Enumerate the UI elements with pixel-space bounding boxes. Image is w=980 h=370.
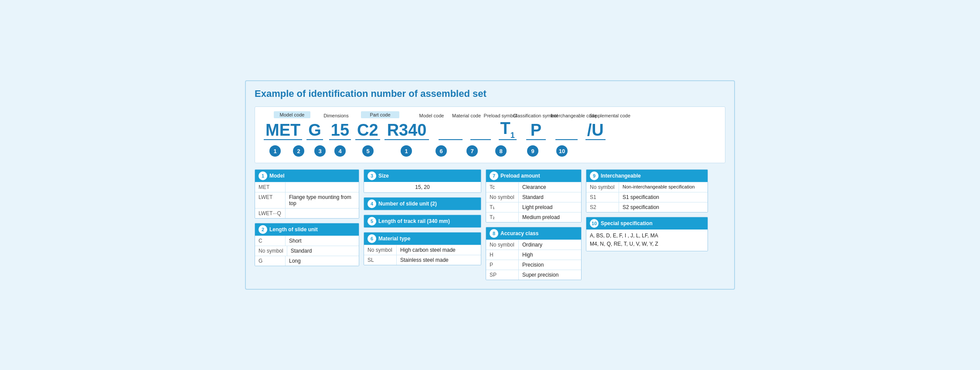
cell-code-sp: SP <box>486 270 519 280</box>
cell-code-s1: S1 <box>586 192 619 202</box>
table-row: T₂ Medium preload <box>486 212 581 222</box>
diagram-section: Model code Dimensions Part code Model co… <box>255 106 725 163</box>
table-preload-num: 7 <box>490 171 498 180</box>
table-row: S1 S1 specification <box>586 192 708 202</box>
table-track-length: 5 Length of track rail (340 mm) <box>364 215 481 228</box>
code-t1: T1 <box>499 120 517 140</box>
table-row: LWET Flange type mounting from top <box>255 192 359 208</box>
table-model: 1 Model MET LWET Flange type mounting fr… <box>255 169 359 219</box>
table-track-length-num: 5 <box>368 217 376 226</box>
table-row: Tc Clearance <box>486 182 581 192</box>
cell-desc-standard: Standard <box>287 246 359 256</box>
cell-code-nosymbol-pre: No symbol <box>486 192 519 202</box>
badge-8: 8 <box>495 145 507 157</box>
code-g: G <box>306 122 323 140</box>
table-material-header: 6 Material type <box>364 233 481 245</box>
badge-6: 6 <box>436 145 447 157</box>
cell-code-nosymbol-mat: No symbol <box>364 245 397 255</box>
table-row: No symbol Standard <box>486 192 581 202</box>
table-slide-length: 2 Length of slide unit C Short No symbol… <box>255 223 359 266</box>
cell-desc-s1: S1 specification <box>619 192 708 202</box>
cell-desc-high: High <box>519 250 581 260</box>
table-row: C Short <box>255 236 359 246</box>
table-special: 10 Special specification A, BS, D, E, F,… <box>586 217 708 251</box>
badge-1b: 1 <box>401 145 412 157</box>
label-part-code: Part code <box>361 111 399 118</box>
table-special-value: A, BS, D, E, F, I , J, L, LF, MA M4, N, … <box>586 230 708 250</box>
cell-desc-precision: Precision <box>519 260 581 270</box>
cell-desc-light: Light preload <box>519 202 581 212</box>
table-row: S2 S2 specification <box>586 202 708 212</box>
cell-desc-lwet: Flange type mounting from top <box>286 192 359 208</box>
table-row: MET <box>255 182 359 192</box>
table-row: No symbol Standard <box>255 246 359 256</box>
label-dimensions: Dimensions <box>323 113 348 118</box>
code-empty-6 <box>470 122 491 140</box>
cell-code-s2: S2 <box>586 202 619 212</box>
badge-5: 5 <box>362 145 374 157</box>
table-row: SL Stainless steel made <box>364 255 481 265</box>
code-c2: C2 <box>355 122 380 140</box>
code-u: /U <box>585 122 606 140</box>
table-special-header: 10 Special specification <box>586 217 708 230</box>
label-model-code-2: Model code <box>419 113 444 118</box>
cell-desc-s2: S2 specification <box>619 202 708 212</box>
table-size-num: 3 <box>368 171 376 180</box>
cell-desc-clearance: Clearance <box>519 182 581 192</box>
table-row: H High <box>486 250 581 260</box>
code-empty-1 <box>439 122 463 140</box>
table-model-label: Model <box>269 173 285 179</box>
table-material: 6 Material type No symbol High carbon st… <box>364 232 481 265</box>
special-value-text: A, BS, D, E, F, I , J, L, LF, MA M4, N, … <box>590 233 658 247</box>
table-row: SP Super precision <box>486 270 581 280</box>
table-special-num: 10 <box>590 219 599 228</box>
table-model-header: 1 Model <box>255 170 359 182</box>
table-row: G Long <box>255 256 359 266</box>
table-slide-length-header: 2 Length of slide unit <box>255 223 359 236</box>
table-track-length-header: 5 Length of track rail (340 mm) <box>364 215 481 227</box>
cell-desc-non-inter: Non-interchangeable specification <box>619 182 708 192</box>
cell-code-nosymbol-inter: No symbol <box>586 182 619 192</box>
label-preload-symbol: Preload symbol <box>484 113 517 118</box>
cell-desc-ordinary: Ordinary <box>519 240 581 250</box>
table-interchangeable-label: Interchangeable <box>601 173 641 179</box>
table-slide-num-header: 4 Number of slide unit (2) <box>364 198 481 210</box>
label-material-code: Material code <box>452 113 481 118</box>
badge-1a: 1 <box>269 145 281 157</box>
cell-code-h: H <box>486 250 519 260</box>
label-model-code: Model code <box>274 111 311 118</box>
cell-desc-standard-pre: Standard <box>519 192 581 202</box>
cell-desc-met <box>286 182 359 192</box>
table-model-num: 1 <box>259 171 267 180</box>
table-preload: 7 Preload amount Tc Clearance No symbol … <box>486 169 582 223</box>
cell-desc-lwetq <box>286 209 359 218</box>
table-interchangeable-header: 9 Interchangeable <box>586 170 708 182</box>
cell-code-lwetq: LWET···Q <box>255 209 286 218</box>
cell-desc-hcs: High carbon steel made <box>397 245 481 255</box>
cell-code-g: G <box>255 256 286 266</box>
table-accuracy-num: 8 <box>490 229 498 238</box>
col-mid: 3 Size 15, 20 4 Number of slide unit (2)… <box>364 169 481 265</box>
col-left: 1 Model MET LWET Flange type mounting fr… <box>255 169 359 266</box>
cell-desc-medium: Medium preload <box>519 212 581 222</box>
table-row: No symbol Ordinary <box>486 240 581 250</box>
table-accuracy: 8 Accuracy class No symbol Ordinary H Hi… <box>486 227 582 280</box>
label-supplemental-code: Supplemental code <box>589 113 630 118</box>
cell-code-lwet: LWET <box>255 192 286 208</box>
code-empty-9 <box>555 122 578 140</box>
table-track-length-label: Length of track rail (340 mm) <box>378 218 450 224</box>
table-preload-label: Preload amount <box>500 173 540 179</box>
badge-3: 3 <box>314 145 326 157</box>
cell-desc-short: Short <box>286 236 359 246</box>
col-right-mid: 7 Preload amount Tc Clearance No symbol … <box>486 169 582 280</box>
table-row: No symbol High carbon steel made <box>364 245 481 255</box>
badge-2: 2 <box>293 145 304 157</box>
table-row: P Precision <box>486 260 581 270</box>
page-title: Example of identification number of asse… <box>255 88 725 99</box>
cell-code-c: C <box>255 236 286 246</box>
table-interchangeable: 9 Interchangeable No symbol Non-intercha… <box>586 169 708 212</box>
table-slide-num-label: Number of slide unit (2) <box>378 201 437 207</box>
badge-7: 7 <box>466 145 478 157</box>
table-size-value: 15, 20 <box>364 182 481 192</box>
cell-code-tc: Tc <box>486 182 519 192</box>
